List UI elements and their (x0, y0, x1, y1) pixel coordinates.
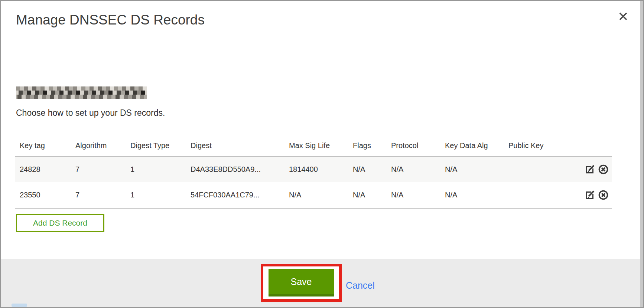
cell-public-key (504, 156, 579, 182)
save-button[interactable]: Save (269, 269, 334, 296)
table-header-row: Key tag Algorithm Digest Type Digest Max… (15, 139, 612, 156)
edit-record-button[interactable] (585, 164, 595, 175)
row-actions (579, 156, 612, 182)
col-header-digest-type: Digest Type (126, 139, 186, 156)
dialog-footer: Save Cancel (1, 259, 643, 307)
close-button[interactable] (618, 11, 629, 22)
col-header-public-key: Public Key (504, 139, 579, 156)
cell-digest: 54FCF030AA1C79... (186, 182, 284, 208)
table-row: 24828 7 1 D4A33E8DD550A9... 1814400 N/A … (15, 156, 612, 182)
cell-flags: N/A (348, 156, 386, 182)
redacted-domain-name (16, 86, 147, 99)
manage-dnssec-ds-records-dialog: Manage DNSSEC DS Records Choose how to s… (0, 0, 644, 308)
add-ds-record-button[interactable]: Add DS Record (16, 214, 104, 232)
cell-algorithm: 7 (71, 156, 126, 182)
col-header-protocol: Protocol (386, 139, 440, 156)
cell-key-data-alg: N/A (440, 156, 504, 182)
cell-digest: D4A33E8DD550A9... (186, 156, 284, 182)
col-header-algorithm: Algorithm (71, 139, 126, 156)
cell-protocol: N/A (386, 156, 440, 182)
col-header-flags: Flags (348, 139, 386, 156)
cell-digest-type: 1 (126, 182, 186, 208)
save-button-highlight: Save (261, 264, 342, 302)
edit-icon (585, 170, 595, 176)
cell-public-key (504, 182, 579, 208)
dialog-edge-shadow (640, 1, 643, 307)
edit-record-button[interactable] (585, 190, 595, 200)
delete-icon (598, 170, 609, 176)
cell-key-tag: 23550 (15, 182, 71, 208)
col-header-max-sig-life: Max Sig Life (284, 139, 348, 156)
close-icon (618, 17, 628, 23)
cell-key-data-alg: N/A (440, 182, 504, 208)
delete-record-button[interactable] (598, 190, 609, 200)
col-header-key-tag: Key tag (15, 139, 71, 156)
col-header-actions (579, 139, 612, 156)
underlying-page-artifact (12, 304, 27, 307)
cell-max-sig-life: 1814400 (284, 156, 348, 182)
table-row: 23550 7 1 54FCF030AA1C79... N/A N/A N/A … (15, 182, 612, 208)
delete-record-button[interactable] (598, 164, 609, 175)
delete-icon (598, 196, 609, 201)
cell-digest-type: 1 (126, 156, 186, 182)
col-header-key-data-alg: Key Data Alg (440, 139, 504, 156)
edit-icon (585, 196, 595, 201)
cell-flags: N/A (348, 182, 386, 208)
col-header-digest: Digest (186, 139, 284, 156)
cell-algorithm: 7 (71, 182, 126, 208)
row-actions (579, 182, 612, 208)
cell-key-tag: 24828 (15, 156, 71, 182)
ds-records-table: Key tag Algorithm Digest Type Digest Max… (15, 139, 612, 209)
instruction-text: Choose how to set up your DS records. (16, 108, 165, 118)
cell-protocol: N/A (386, 182, 440, 208)
cancel-link[interactable]: Cancel (346, 280, 375, 291)
cell-max-sig-life: N/A (284, 182, 348, 208)
dialog-title: Manage DNSSEC DS Records (16, 12, 205, 28)
